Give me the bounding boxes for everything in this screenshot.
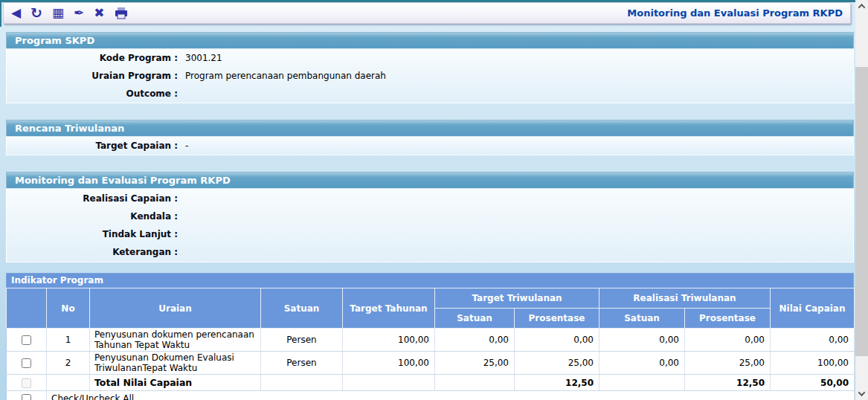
cell-realisasi-tw-satuan: 0,00 <box>599 352 685 375</box>
field-label: Keterangan : <box>7 243 178 261</box>
cell-satuan: Persen <box>261 352 343 375</box>
field-value <box>178 85 185 103</box>
field-label: Tindak Lanjut : <box>7 225 178 243</box>
page-edge-accent <box>0 0 1 27</box>
cell-nilai-capaian: 100,00 <box>771 352 855 375</box>
cell-satuan: Persen <box>261 329 343 352</box>
header-satuan: Satuan <box>261 288 343 329</box>
cell-target-tw-satuan <box>435 375 515 391</box>
section-rencana-triwulanan: Rencana Triwulanan Target Capaian : - <box>6 120 854 155</box>
cell-target-tahunan: 100,00 <box>343 352 435 375</box>
section-header-monev-program: Monitoring dan Evaluasi Program RKPD <box>6 172 854 188</box>
field-label: Kode Program : <box>7 49 178 67</box>
cell-target-tw-prosentase: 25,00 <box>515 352 599 375</box>
delete-icon[interactable]: ✖ <box>94 7 104 19</box>
chevron-down-icon <box>858 389 866 396</box>
total-checkbox-disabled <box>22 378 31 388</box>
field-uraian-program: Uraian Program : Program perencanaan pem… <box>7 67 853 85</box>
header-checkbox-column <box>7 288 47 329</box>
total-checkbox-cell <box>7 375 47 391</box>
field-kode-program: Kode Program : 3001.21 <box>7 49 853 67</box>
field-value <box>178 225 185 243</box>
toolbar-icons: ◀ ↻ ▦ ✒ ✖ <box>4 6 128 20</box>
cell-uraian: Penyusunan dokumen perencanaan Tahunan T… <box>90 329 261 352</box>
total-row: Total Nilai Capaian 12,50 12,50 50,00 <box>7 375 855 391</box>
field-label: Kendala : <box>7 207 178 225</box>
header-realisasi-prosentase: Prosentase <box>685 309 771 329</box>
field-kendala: Kendala : <box>7 207 853 225</box>
cell-uraian: Penyusunan Dokumen Evaluasi TriwulananTe… <box>90 352 261 375</box>
field-value <box>178 190 185 207</box>
cell-target-tw-prosentase: 0,00 <box>515 329 599 352</box>
scrollbar-thumb[interactable] <box>855 67 868 356</box>
field-label: Outcome : <box>7 85 178 103</box>
table-row: 1 Penyusunan dokumen perencanaan Tahunan… <box>7 329 855 352</box>
field-label: Target Capaian : <box>7 137 178 155</box>
field-tindak-lanjut: Tindak Lanjut : <box>7 225 853 243</box>
field-value <box>178 207 185 225</box>
header-realisasi-satuan: Satuan <box>599 309 685 329</box>
cell-realisasi-tw-satuan: 0,00 <box>599 329 685 352</box>
edit-icon[interactable]: ✒ <box>74 7 84 19</box>
header-no: No <box>47 288 90 329</box>
field-label: Uraian Program : <box>7 67 178 85</box>
total-target-tw-prosentase: 12,50 <box>515 375 599 391</box>
total-nilai-capaian: 50,00 <box>771 375 855 391</box>
back-icon[interactable]: ◀ <box>11 7 21 19</box>
section-indikator-program: Indikator Program No Uraian Satuan Targe… <box>6 273 854 400</box>
cell-target-tw-satuan: 25,00 <box>435 352 515 375</box>
field-realisasi-capaian: Realisasi Capaian : <box>7 190 853 207</box>
section-panel-rencana-triwulanan: Target Capaian : - <box>6 136 854 155</box>
cell-no <box>47 375 90 391</box>
field-label: Realisasi Capaian : <box>7 190 178 207</box>
toolbar: ◀ ↻ ▦ ✒ ✖ Monitoring dan Evaluasi Progra… <box>3 2 851 24</box>
total-realisasi-tw-prosentase: 12,50 <box>685 375 771 391</box>
header-nilai-capaian: Nilai Capaian <box>771 288 855 329</box>
section-panel-program-skpd: Kode Program : 3001.21 Uraian Program : … <box>6 48 854 103</box>
field-keterangan: Keterangan : <box>7 243 853 261</box>
check-all-label: Check/Uncheck All <box>47 391 855 400</box>
vertical-scrollbar[interactable] <box>855 0 868 400</box>
check-all-checkbox[interactable] <box>22 394 31 400</box>
chevron-up-icon <box>858 4 866 11</box>
cell-realisasi-tw-prosentase: 0,00 <box>685 329 771 352</box>
section-header-program-skpd: Program SKPD <box>6 32 854 48</box>
cell-no: 1 <box>47 329 90 352</box>
row-checkbox-cell <box>7 352 47 375</box>
field-value <box>178 243 185 261</box>
check-all-checkbox-cell <box>7 391 47 400</box>
header-realisasi-triwulanan: Realisasi Triwulanan <box>599 288 771 309</box>
table-icon[interactable]: ▦ <box>52 7 64 19</box>
main-content: Program SKPD Kode Program : 3001.21 Urai… <box>6 32 854 400</box>
table-row: 2 Penyusunan Dokumen Evaluasi Triwulanan… <box>7 352 855 375</box>
cell-nilai-capaian: 0,00 <box>771 329 855 352</box>
cell-realisasi-tw-prosentase: 25,00 <box>685 352 771 375</box>
page-title: Monitoring dan Evaluasi Program RKPD <box>627 7 850 19</box>
print-icon[interactable] <box>115 7 128 19</box>
field-value: - <box>178 137 188 155</box>
scroll-up-button[interactable] <box>855 0 868 13</box>
section-program-skpd: Program SKPD Kode Program : 3001.21 Urai… <box>6 32 854 103</box>
row-checkbox[interactable] <box>22 358 31 368</box>
scroll-down-button[interactable] <box>855 387 868 400</box>
total-label: Total Nilai Capaian <box>90 375 261 391</box>
field-value: Program perencanaan pembangunan daerah <box>178 67 386 85</box>
field-target-capaian: Target Capaian : - <box>7 137 853 155</box>
indikator-table: No Uraian Satuan Target Tahunan Target T… <box>6 288 855 400</box>
section-monev-program: Monitoring dan Evaluasi Program RKPD Rea… <box>6 172 854 262</box>
field-outcome: Outcome : <box>7 85 853 103</box>
header-uraian: Uraian <box>90 288 261 329</box>
refresh-icon[interactable]: ↻ <box>30 6 42 20</box>
row-checkbox-cell <box>7 329 47 352</box>
field-value: 3001.21 <box>178 49 222 67</box>
header-target-satuan: Satuan <box>435 309 515 329</box>
check-all-row: Check/Uncheck All <box>7 391 855 400</box>
cell-target-tahunan: 100,00 <box>343 329 435 352</box>
cell-target-tw-satuan: 0,00 <box>435 329 515 352</box>
header-target-tahunan: Target Tahunan <box>343 288 435 329</box>
section-panel-monev-program: Realisasi Capaian : Kendala : Tindak Lan… <box>6 188 854 262</box>
row-checkbox[interactable] <box>22 335 31 345</box>
cell-realisasi-tw-satuan <box>599 375 685 391</box>
cell-satuan <box>261 375 343 391</box>
cell-target-tahunan <box>343 375 435 391</box>
